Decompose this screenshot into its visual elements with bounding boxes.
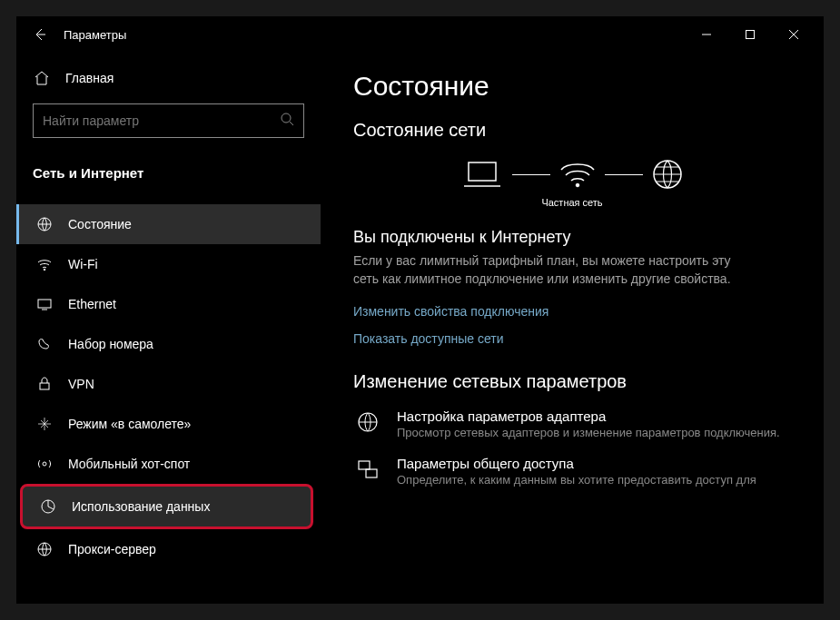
svg-rect-9 [469, 162, 496, 181]
sidebar-item-proxy[interactable]: Прокси-сервер [16, 529, 321, 569]
svg-rect-5 [40, 383, 49, 389]
svg-point-6 [43, 462, 46, 466]
sidebar-item-label: Состояние [68, 217, 132, 231]
globe-icon [650, 157, 685, 192]
ethernet-icon [35, 295, 54, 313]
search-box[interactable] [33, 103, 304, 138]
sidebar-item-label: Использование данных [72, 499, 210, 514]
sidebar-item-status[interactable]: Состояние [16, 204, 321, 244]
svg-rect-0 [746, 31, 755, 39]
window-controls [686, 20, 815, 49]
option-adapter-settings[interactable]: Настройка параметров адаптера Просмотр с… [353, 408, 791, 441]
link-show-networks[interactable]: Показать доступные сети [353, 331, 791, 346]
sidebar: Главная Сеть и Интернет Состояние Wi-Fi … [16, 53, 321, 604]
connection-status-desc: Если у вас лимитный тарифный план, вы мо… [353, 252, 735, 288]
option-title: Настройка параметров адаптера [397, 408, 791, 424]
sidebar-item-label: Набор номера [68, 337, 153, 351]
titlebar: Параметры [16, 16, 824, 53]
search-input[interactable] [43, 113, 280, 128]
sidebar-item-label: Прокси-сервер [68, 542, 156, 556]
page-title: Состояние [353, 71, 791, 102]
sidebar-item-data-usage[interactable]: Использование данных [20, 484, 313, 529]
main-content: Состояние Состояние сети Частная сеть Вы… [321, 53, 824, 604]
sharing-icon [353, 456, 382, 488]
link-change-properties[interactable]: Изменить свойства подключения [353, 304, 791, 319]
sidebar-item-dialup[interactable]: Набор номера [16, 324, 321, 364]
hotspot-icon [35, 455, 54, 473]
option-title: Параметры общего доступа [397, 456, 791, 471]
sidebar-item-wifi[interactable]: Wi-Fi [16, 244, 321, 284]
connection-line [512, 174, 550, 175]
connection-status-title: Вы подключены к Интернету [353, 228, 791, 247]
network-type-label: Частная сеть [353, 197, 791, 208]
section-network-status: Состояние сети [353, 120, 791, 141]
airplane-icon [35, 415, 54, 433]
window-title: Параметры [64, 28, 686, 42]
vpn-icon [35, 375, 54, 393]
option-sharing-settings[interactable]: Параметры общего доступа Определите, к к… [353, 456, 791, 488]
maximize-button[interactable] [729, 20, 771, 49]
sidebar-item-ethernet[interactable]: Ethernet [16, 284, 321, 324]
sidebar-item-label: VPN [68, 377, 94, 391]
dialup-icon [35, 335, 54, 353]
svg-point-1 [282, 113, 291, 123]
wifi-icon [35, 255, 54, 273]
minimize-icon [701, 29, 712, 40]
data-usage-icon [39, 497, 57, 516]
sidebar-item-label: Режим «в самолете» [68, 417, 191, 431]
search-icon [280, 112, 294, 130]
option-desc: Определите, к каким данным вы хотите пре… [397, 473, 791, 488]
home-link[interactable]: Главная [16, 62, 321, 94]
close-icon [788, 29, 799, 40]
proxy-icon [35, 540, 54, 558]
back-arrow-icon [33, 27, 47, 42]
sidebar-item-airplane[interactable]: Режим «в самолете» [16, 404, 321, 444]
wifi-signal-icon [558, 157, 598, 192]
svg-rect-4 [38, 300, 51, 308]
close-button[interactable] [773, 20, 815, 49]
svg-rect-14 [366, 469, 377, 477]
sidebar-item-label: Ethernet [68, 297, 116, 311]
option-desc: Просмотр сетевых адаптеров и изменение п… [397, 426, 791, 441]
svg-point-3 [44, 269, 45, 271]
minimize-button[interactable] [686, 20, 727, 49]
section-change-settings: Изменение сетевых параметров [353, 371, 791, 392]
network-diagram [353, 157, 791, 192]
maximize-icon [745, 29, 756, 40]
sidebar-item-label: Wi-Fi [68, 257, 98, 271]
connection-line [605, 174, 643, 175]
sidebar-item-vpn[interactable]: VPN [16, 364, 321, 404]
home-icon [33, 69, 51, 87]
sidebar-item-label: Мобильный хот-спот [68, 457, 190, 471]
adapter-icon [353, 408, 382, 441]
svg-rect-13 [359, 461, 370, 469]
laptop-icon [460, 157, 505, 192]
status-icon [35, 215, 54, 233]
back-button[interactable] [25, 20, 54, 49]
category-header: Сеть и Интернет [16, 154, 321, 192]
home-label: Главная [65, 71, 114, 85]
sidebar-item-hotspot[interactable]: Мобильный хот-спот [16, 444, 321, 484]
svg-point-10 [576, 183, 579, 187]
